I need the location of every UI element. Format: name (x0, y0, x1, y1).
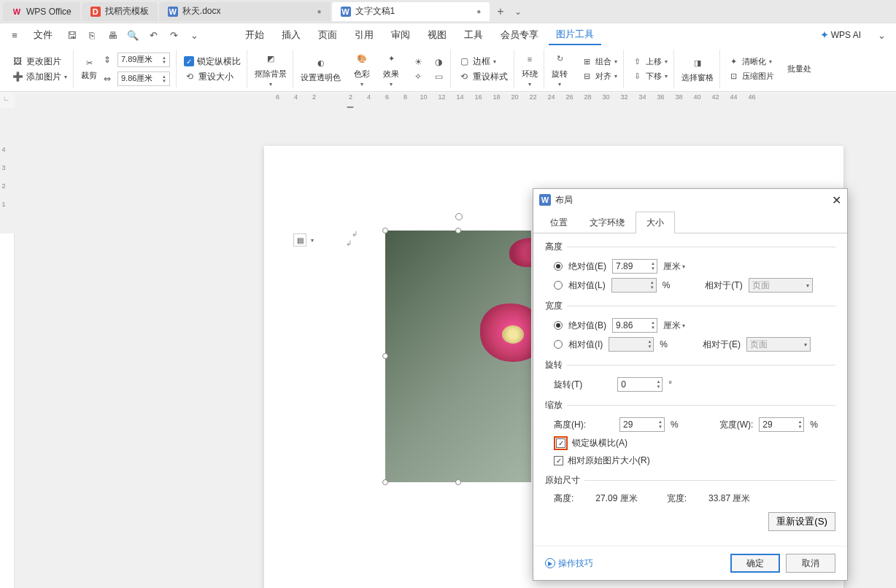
resize-handle[interactable] (455, 228, 461, 233)
cancel-button[interactable]: 取消 (786, 554, 835, 573)
move-up-button[interactable]: ⇧上移▾ (631, 56, 668, 68)
batch-button[interactable]: 批量处 (787, 63, 811, 74)
tab-dk[interactable]: D找稻壳模板 (82, 2, 158, 21)
tab-doc2[interactable]: W文字文稿1● (332, 2, 490, 21)
scale-w-input[interactable]: 29▲▼ (759, 417, 804, 432)
wrap-button[interactable]: ≡环绕▾ (522, 51, 538, 88)
ribbon: 🖼更改图片 ➕添加图片▾ ✂裁剪 ⇕7.89厘米▲▼ ⇔9.86厘米▲▼ ✓锁定… (0, 47, 896, 92)
height-abs-input[interactable]: 7.89▲▼ (612, 259, 657, 274)
rel-to-select[interactable]: 页面▾ (749, 278, 813, 293)
radio-rel-height[interactable] (554, 281, 563, 290)
transparent-icon: ◐ (313, 55, 329, 71)
menu-insert[interactable]: 插入 (274, 26, 308, 45)
change-pic-button[interactable]: 🖼更改图片 (12, 55, 67, 68)
lock-ratio-checkbox[interactable] (556, 438, 565, 448)
unit-dropdown[interactable]: 厘米▾ (663, 260, 685, 273)
file-menu[interactable]: 文件 (26, 26, 60, 45)
unit-dropdown[interactable]: 厘米▾ (663, 320, 685, 332)
close-icon[interactable]: ● (476, 7, 481, 15)
rel-orig-checkbox[interactable] (554, 456, 563, 465)
menu-ref[interactable]: 引用 (347, 26, 381, 45)
close-icon[interactable]: ● (317, 7, 321, 15)
hamburger-icon[interactable]: ≡ (6, 26, 23, 44)
scale-h-input[interactable]: 29▲▼ (619, 417, 665, 432)
dialog-body: 高度 绝对值(E) 7.89▲▼ 厘米▾ 相对值(L) ▲▼ % 相对于(T) … (533, 233, 847, 546)
spinner-icon[interactable]: ▲▼ (162, 55, 166, 64)
menu-pic-tools[interactable]: 图片工具 (549, 25, 601, 45)
brightness-icon[interactable]: ☀ (412, 56, 424, 68)
radio-abs-width[interactable] (554, 321, 563, 330)
tab-menu-icon[interactable]: ⌄ (510, 7, 526, 17)
tab-add-button[interactable]: + (491, 5, 509, 18)
rotate-handle[interactable] (455, 213, 463, 220)
resize-handle[interactable] (455, 479, 461, 485)
rotate-input[interactable]: 0▲▼ (617, 377, 663, 392)
dropdown-icon[interactable]: ⌄ (185, 26, 203, 44)
add-pic-button[interactable]: ➕添加图片▾ (12, 71, 67, 83)
resize-handle[interactable] (382, 228, 388, 233)
tab-doc1[interactable]: W秋天.docx● (159, 2, 331, 21)
lock-ratio-checkbox[interactable]: ✓锁定纵横比 (184, 55, 241, 68)
height-input[interactable]: 7.89厘米▲▼ (117, 53, 170, 67)
undo-icon[interactable]: ↶ (144, 26, 162, 44)
width-rel-input[interactable]: ▲▼ (609, 337, 654, 352)
crop-border-icon[interactable]: ▭ (433, 71, 444, 82)
select-pane-button[interactable]: ◨选择窗格 (681, 55, 714, 83)
close-icon[interactable]: ✕ (832, 193, 841, 207)
rel-to-select[interactable]: 页面▾ (746, 337, 811, 352)
ruler-vertical-page (0, 233, 15, 588)
reset-style-button[interactable]: ⟲重设样式 (458, 71, 508, 83)
preview-icon[interactable]: 🔍 (124, 26, 142, 44)
chevron-down-icon[interactable]: ▾ (311, 237, 314, 244)
resize-handle[interactable] (382, 479, 388, 485)
menu-start[interactable]: 开始 (238, 26, 271, 45)
layout-option-icon[interactable]: ▤ (293, 233, 306, 247)
move-down-button[interactable]: ⇩下移▾ (631, 71, 668, 82)
menu-page[interactable]: 页面 (311, 26, 344, 45)
menu-member[interactable]: 会员专享 (493, 26, 546, 45)
dialog-titlebar[interactable]: W 布局 ✕ (533, 189, 847, 211)
copy-icon[interactable]: ⎘ (83, 26, 101, 44)
width-abs-input[interactable]: 9.86▲▼ (612, 318, 657, 333)
contrast-icon[interactable]: ◑ (433, 56, 444, 68)
tab-wps[interactable]: WWPS Office (3, 2, 80, 21)
clarity-button[interactable]: ✦清晰化▾ (727, 56, 774, 68)
crop-button[interactable]: ✂裁剪 (81, 57, 97, 81)
width-input[interactable]: 9.86厘米▲▼ (117, 71, 170, 86)
up-icon: ⇧ (631, 56, 643, 68)
reset-size-button[interactable]: ⟲重设大小 (184, 71, 241, 83)
effects-button[interactable]: ✦效果▾ (383, 51, 399, 88)
spinner-icon[interactable]: ▲▼ (162, 74, 166, 83)
rotate-button[interactable]: ↻旋转▾ (552, 51, 568, 88)
dialog-tabs: 位置 文字环绕 大小 (533, 211, 847, 233)
reset-button[interactable]: 重新设置(S) (768, 512, 835, 531)
sharpen-icon[interactable]: ✧ (412, 71, 424, 82)
redo-icon[interactable]: ↷ (165, 26, 182, 44)
menu-review[interactable]: 审阅 (384, 26, 417, 45)
border-button[interactable]: ▢边框▾ (458, 55, 508, 68)
transparent-button[interactable]: ◐设置透明色 (301, 55, 341, 83)
compress-button[interactable]: ⊡压缩图片 (727, 71, 774, 82)
tab-position[interactable]: 位置 (539, 212, 579, 233)
align-button[interactable]: ⊟对齐▾ (581, 71, 617, 82)
menu-more-icon[interactable]: ⌄ (873, 26, 890, 44)
ok-button[interactable]: 确定 (730, 554, 780, 573)
wps-ai-button[interactable]: ✦WPS AI (812, 30, 870, 40)
label: 重设样式 (473, 71, 508, 83)
colors-button[interactable]: 🎨色彩▾ (354, 51, 370, 88)
menu-view[interactable]: 视图 (420, 26, 454, 45)
tab-wrap[interactable]: 文字环绕 (579, 212, 636, 233)
radio-abs-height[interactable] (554, 262, 563, 271)
dk-icon: D (90, 7, 101, 17)
resize-handle[interactable] (382, 353, 388, 359)
menu-tools[interactable]: 工具 (457, 26, 490, 45)
value: 27.09 厘米 (595, 492, 637, 505)
group-button[interactable]: ⊞组合▾ (581, 56, 617, 68)
print-icon[interactable]: 🖶 (104, 26, 121, 44)
radio-rel-width[interactable] (554, 340, 563, 349)
tab-size[interactable]: 大小 (636, 212, 675, 233)
save-icon[interactable]: 🖫 (63, 26, 80, 44)
height-rel-input[interactable]: ▲▼ (611, 278, 657, 293)
remove-bg-button[interactable]: ◩抠除背景▾ (255, 51, 287, 88)
tips-link[interactable]: ▶操作技巧 (545, 557, 593, 570)
